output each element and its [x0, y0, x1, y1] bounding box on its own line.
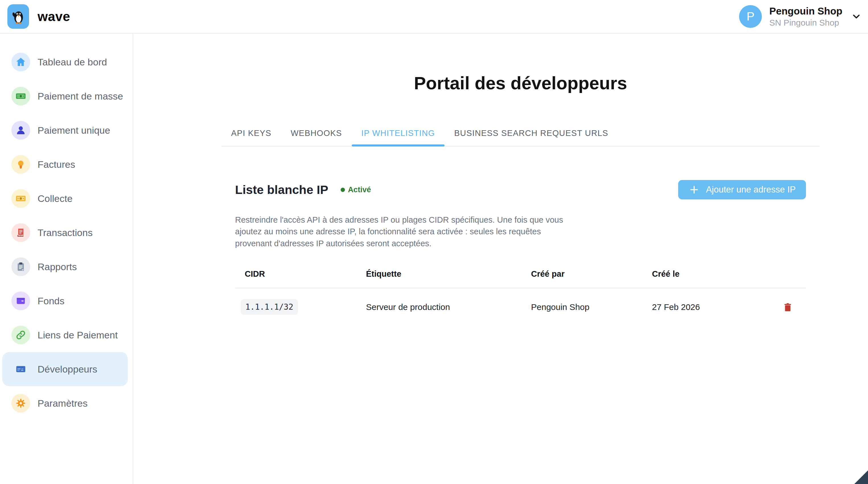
cell-label: Serveur de production: [360, 302, 525, 312]
column-header-etiquette: Étiquette: [360, 269, 525, 279]
corner-widget-icon: [854, 470, 868, 484]
logo-button[interactable]: wave: [7, 4, 70, 29]
table-row: 1.1.1.1/32 Serveur de production Pengoui…: [235, 288, 806, 315]
sidebar-item-developpeurs[interactable]: Développeurs: [2, 352, 128, 386]
link-icon: [11, 326, 30, 344]
sidebar-item-factures[interactable]: Factures: [2, 147, 128, 182]
penguin-icon: [7, 4, 29, 29]
status-label: Activé: [348, 185, 371, 194]
sidebar-item-transactions[interactable]: Transactions: [2, 216, 128, 250]
ip-whitelist-section: Liste blanche IP Activé Ajouter une adre…: [221, 180, 819, 315]
sidebar-item-label: Paramètres: [37, 398, 88, 409]
avatar: P: [739, 5, 762, 28]
cidr-chip: 1.1.1.1/32: [241, 299, 298, 315]
section-title: Liste blanche IP: [235, 183, 328, 197]
sidebar-item-liens-de-paiement[interactable]: Liens de Paiement: [2, 318, 128, 352]
sidebar-item-label: Liens de Paiement: [37, 330, 118, 341]
page-title: Portail des développeurs: [221, 73, 819, 93]
sidebar-item-label: Collecte: [37, 193, 72, 204]
sidebar-item-label: Transactions: [37, 227, 92, 238]
user-icon: [11, 121, 30, 140]
sidebar: Tableau de bord Paiement de masse Pa: [0, 34, 133, 484]
column-header-cidr: CIDR: [235, 269, 360, 279]
brand-name: wave: [37, 9, 70, 24]
banknote-icon: [11, 87, 30, 105]
chevron-down-icon: [851, 11, 862, 22]
clipboard-icon: [11, 257, 30, 276]
status-badge: Activé: [341, 185, 371, 194]
sidebar-item-label: Fonds: [37, 295, 65, 306]
home-icon: [11, 53, 30, 71]
section-description: Restreindre l'accès API à des adresses I…: [235, 214, 572, 249]
app-header: wave P Pengouin Shop SN Pingouin Shop: [0, 0, 868, 34]
status-dot-icon: [341, 188, 345, 192]
account-subtitle: SN Pingouin Shop: [769, 17, 842, 28]
account-name: Pengouin Shop: [769, 5, 842, 17]
trash-icon: [783, 301, 793, 313]
sidebar-item-collecte[interactable]: Collecte: [2, 182, 128, 216]
sidebar-item-parametres[interactable]: Paramètres: [2, 386, 128, 420]
tab-ip-whitelisting[interactable]: IP WHITELISTING: [352, 129, 445, 146]
receipt-icon: [11, 223, 30, 242]
lightbulb-icon: [11, 155, 30, 174]
plus-icon: [688, 184, 700, 195]
sidebar-item-tableau-de-bord[interactable]: Tableau de bord: [2, 45, 128, 79]
delete-ip-button[interactable]: [783, 301, 793, 313]
sidebar-item-label: Paiement de masse: [37, 91, 123, 102]
tab-webhooks[interactable]: WEBHOOKS: [281, 129, 351, 146]
add-ip-button-label: Ajouter une adresse IP: [706, 185, 796, 195]
sidebar-item-label: Factures: [37, 159, 75, 170]
table-header-row: CIDR Étiquette Créé par Créé le: [235, 262, 806, 288]
sidebar-item-label: Développeurs: [37, 364, 97, 375]
column-header-cree-par: Créé par: [525, 269, 646, 279]
tab-bar: API KEYS WEBHOOKS IP WHITELISTING BUSINE…: [221, 129, 819, 147]
sidebar-item-label: Tableau de bord: [37, 57, 107, 68]
main-content: Portail des développeurs API KEYS WEBHOO…: [133, 34, 868, 484]
tab-api-keys[interactable]: API KEYS: [221, 129, 281, 146]
cell-created-at: 27 Feb 2026: [646, 302, 769, 312]
column-header-cree-le: Créé le: [646, 269, 769, 279]
credit-card-icon: [11, 360, 30, 379]
sidebar-item-paiement-unique[interactable]: Paiement unique: [2, 113, 128, 147]
sidebar-item-rapports[interactable]: Rapports: [2, 250, 128, 284]
tab-business-search-request-urls[interactable]: BUSINESS SEARCH REQUEST URLS: [444, 129, 618, 146]
ip-whitelist-table: CIDR Étiquette Créé par Créé le 1.1.1.1/…: [235, 262, 806, 315]
sidebar-item-paiement-de-masse[interactable]: Paiement de masse: [2, 79, 128, 113]
sidebar-item-label: Rapports: [37, 261, 77, 272]
add-ip-button[interactable]: Ajouter une adresse IP: [678, 180, 806, 199]
account-menu[interactable]: P Pengouin Shop SN Pingouin Shop: [739, 5, 862, 28]
cell-created-by: Pengouin Shop: [525, 302, 646, 312]
gear-icon: [11, 394, 30, 413]
sidebar-item-fonds[interactable]: Fonds: [2, 284, 128, 318]
wallet-icon: [11, 291, 30, 310]
banknote-icon: [11, 189, 30, 208]
sidebar-item-label: Paiement unique: [37, 125, 110, 136]
